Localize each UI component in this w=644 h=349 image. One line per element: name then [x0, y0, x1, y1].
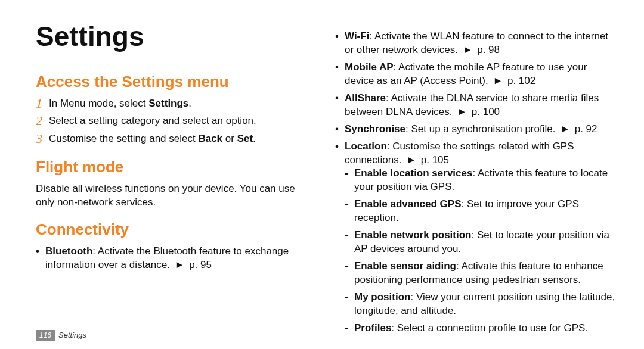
- text: Customise the setting and select: [49, 133, 198, 144]
- heading-access-settings: Access the Settings menu: [36, 71, 304, 92]
- item-wifi: Wi-Fi: Activate the WLAN feature to conn…: [335, 30, 617, 57]
- step-number: 2: [36, 114, 49, 128]
- page-ref: p. 100: [472, 106, 500, 117]
- arrow-icon: ►: [457, 106, 467, 117]
- page-number: 116: [36, 330, 55, 341]
- bold-text: Back: [198, 133, 222, 144]
- connectivity-list-cont: Wi-Fi: Activate the WLAN feature to conn…: [335, 30, 617, 335]
- access-steps: 1 In Menu mode, select Settings. 2 Selec…: [36, 97, 304, 146]
- term: Location: [345, 141, 387, 152]
- step-3: 3 Customise the setting and select Back …: [36, 132, 304, 146]
- bold-text: Settings: [148, 98, 188, 109]
- arrow-icon: ►: [463, 44, 473, 55]
- step-body: In Menu mode, select Settings.: [49, 97, 304, 111]
- page-ref: p. 92: [575, 123, 597, 135]
- page-footer: 116Settings: [36, 330, 86, 341]
- term: Enable network position: [354, 229, 471, 241]
- step-number: 3: [36, 132, 49, 146]
- sub-enable-advanced-gps: Enable advanced GPS: Set to improve your…: [345, 198, 617, 225]
- arrow-icon: ►: [406, 154, 416, 166]
- item-synchronise: Synchronise: Set up a synchronisation pr…: [335, 123, 617, 136]
- arrow-icon: ►: [560, 123, 570, 135]
- footer-section: Settings: [58, 331, 86, 339]
- sub-enable-location-services: Enable location services: Activate this …: [345, 167, 617, 194]
- arrow-icon: ►: [493, 75, 503, 86]
- step-1: 1 In Menu mode, select Settings.: [36, 97, 304, 111]
- text: .: [188, 98, 191, 109]
- term: Mobile AP: [345, 61, 394, 73]
- arrow-icon: ►: [175, 259, 185, 270]
- item-mobile-ap: Mobile AP: Activate the mobile AP featur…: [335, 61, 617, 88]
- page-ref: p. 102: [507, 75, 535, 86]
- term: Profiles: [354, 322, 391, 334]
- text: In Menu mode, select: [49, 98, 148, 109]
- step-body: Customise the setting and select Back or…: [49, 132, 304, 146]
- step-number: 1: [36, 96, 49, 111]
- text: .: [253, 133, 256, 144]
- term: My position: [354, 291, 410, 303]
- term: AllShare: [345, 92, 386, 104]
- term: Enable sensor aiding: [354, 260, 456, 272]
- desc: : Select a connection profile to use for…: [391, 322, 588, 334]
- sub-profiles: Profiles: Select a connection profile to…: [345, 322, 617, 335]
- term: Enable advanced GPS: [354, 198, 462, 210]
- left-column: Settings Access the Settings menu 1 In M…: [0, 0, 322, 344]
- desc: : Set up a synchronisation profile.: [405, 123, 558, 135]
- page-title: Settings: [36, 18, 304, 55]
- item-allshare: AllShare: Activate the DLNA service to s…: [335, 92, 617, 119]
- step-body: Select a setting category and select an …: [49, 114, 304, 128]
- sub-enable-network-position: Enable network position: Set to locate y…: [345, 229, 617, 256]
- item-location: Location: Customise the settings related…: [335, 140, 617, 335]
- right-column: Wi-Fi: Activate the WLAN feature to conn…: [322, 0, 644, 344]
- heading-connectivity: Connectivity: [36, 219, 304, 240]
- sub-enable-sensor-aiding: Enable sensor aiding: Activate this feat…: [345, 260, 617, 287]
- page-ref: p. 98: [477, 44, 500, 55]
- page-ref: p. 105: [421, 154, 449, 166]
- item-bluetooth: Bluetooth: Activate the Bluetooth featur…: [36, 245, 304, 272]
- bold-text: Set: [237, 133, 253, 144]
- term: Synchronise: [345, 123, 405, 135]
- location-sublist: Enable location services: Activate this …: [345, 167, 617, 335]
- flight-mode-body: Disable all wireless functions on your d…: [36, 182, 304, 210]
- connectivity-list: Bluetooth: Activate the Bluetooth featur…: [36, 245, 304, 272]
- page-ref: p. 95: [189, 259, 212, 270]
- step-2: 2 Select a setting category and select a…: [36, 114, 304, 128]
- term: Enable location services: [354, 167, 472, 179]
- heading-flight-mode: Flight mode: [36, 157, 304, 177]
- term: Bluetooth: [45, 245, 92, 257]
- sub-my-position: My position: View your current position …: [345, 291, 617, 318]
- manual-page: Settings Access the Settings menu 1 In M…: [0, 0, 644, 349]
- term: Wi-Fi: [345, 30, 369, 42]
- text: or: [222, 133, 237, 144]
